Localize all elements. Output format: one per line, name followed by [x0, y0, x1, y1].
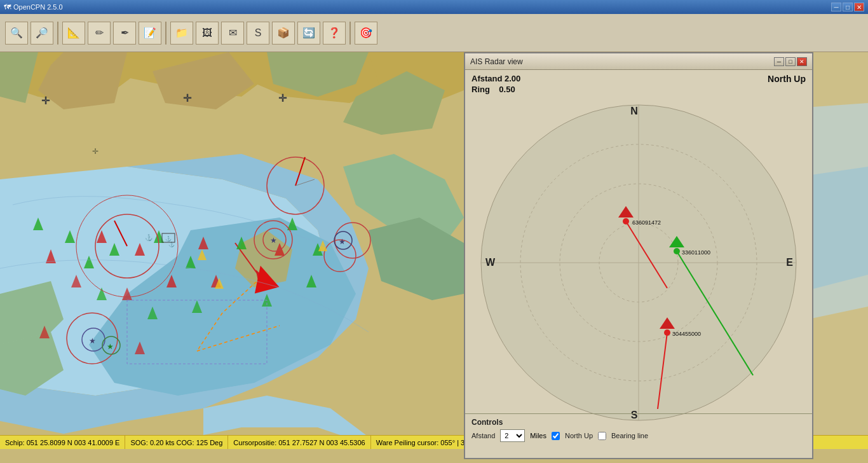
north-up-checkbox[interactable] — [552, 432, 560, 440]
svg-text:W: W — [485, 257, 496, 268]
text-button[interactable]: 📝 — [139, 22, 161, 45]
radar-panel: AIS Radar view ─ □ ✕ Afstand 2.00 Ring 0… — [464, 52, 813, 459]
radar-titlebar-controls: ─ □ ✕ — [774, 57, 807, 66]
toolbar-sep-2 — [165, 22, 166, 45]
plugin-button[interactable]: 📦 — [272, 22, 295, 45]
miles-label: Miles — [530, 432, 546, 439]
svg-text:✛: ✛ — [92, 147, 98, 156]
svg-text:336011000: 336011000 — [682, 249, 710, 256]
annotate-button[interactable]: ✒ — [113, 22, 136, 45]
radar-minimize-button[interactable]: ─ — [774, 57, 784, 66]
s57-button[interactable]: S — [247, 22, 269, 45]
afstand-ctrl-label: Afstand — [471, 432, 495, 439]
maximize-button[interactable]: □ — [843, 3, 853, 11]
bearing-line-checkbox[interactable] — [598, 432, 606, 440]
svg-text:636091472: 636091472 — [632, 219, 661, 226]
radar-panel-title: AIS Radar view — [470, 57, 523, 66]
controls-label: Controls — [471, 418, 806, 427]
draw-button[interactable]: ✏ — [88, 22, 111, 45]
app-icon: 🗺 — [4, 3, 11, 11]
route-button[interactable]: 📐 — [62, 22, 85, 45]
zoom-out-button[interactable]: 🔎 — [31, 22, 53, 45]
titlebar-left: 🗺 OpenCPN 2.5.0 — [4, 3, 63, 11]
help-button[interactable]: ❓ — [323, 22, 346, 45]
ais-button[interactable]: ✉ — [221, 22, 244, 45]
svg-text:304455000: 304455000 — [672, 331, 701, 337]
radar-afstand: Afstand 2.00 — [471, 74, 520, 83]
chart-button[interactable]: 🖼 — [196, 22, 219, 45]
svg-text:★: ★ — [270, 236, 277, 245]
app-title: OpenCPN 2.5.0 — [13, 3, 63, 11]
svg-text:✛: ✛ — [41, 95, 50, 106]
titlebar-controls: ─ □ ✕ — [831, 3, 864, 11]
toolbar: 🔍 🔎 📐 ✏ ✒ 📝 📁 🖼 ✉ S 📦 🔄 ❓ 🎯 — [0, 14, 868, 52]
status-sog: SOG: 0.20 kts COG: 125 Deg — [125, 436, 228, 449]
svg-text:⚓: ⚓ — [165, 235, 172, 242]
radar-controls-bar: Controls Afstand 2 4 8 16 Miles North Up… — [465, 413, 812, 458]
toolbar-sep-1 — [57, 22, 58, 45]
svg-text:⚓: ⚓ — [145, 233, 153, 242]
status-schip: Schip: 051 25.8099 N 003 41.0009 E — [0, 436, 125, 449]
north-up-ctrl-label[interactable]: North Up — [565, 432, 593, 439]
update-button[interactable]: 🔄 — [297, 22, 320, 45]
radar-close-button[interactable]: ✕ — [797, 57, 807, 66]
radar-north-up-label: North Up — [768, 74, 806, 84]
titlebar: 🗺 OpenCPN 2.5.0 ─ □ ✕ — [0, 0, 868, 14]
radar-titlebar: AIS Radar view ─ □ ✕ — [465, 53, 812, 70]
radar-afstand-col: Afstand 2.00 Ring 0.50 — [471, 74, 520, 94]
radar-svg: N S E W 636091472 — [477, 100, 801, 425]
status-cursor: Cursorpositie: 051 27.7527 N 003 45.5306 — [228, 436, 370, 449]
chart-svg: ✛ ✛ ✛ ✛ ★ ★ ★ ★ — [0, 52, 464, 449]
radar-info: Afstand 2.00 Ring 0.50 — [465, 70, 812, 98]
controls-row: Afstand 2 4 8 16 Miles North Up Bearing … — [471, 429, 806, 442]
radar-maximize-button[interactable]: □ — [785, 57, 796, 66]
close-button[interactable]: ✕ — [854, 3, 864, 11]
bearing-line-ctrl-label[interactable]: Bearing line — [611, 432, 648, 439]
svg-text:✛: ✛ — [183, 93, 192, 104]
svg-text:★: ★ — [339, 237, 346, 246]
target-button[interactable]: 🎯 — [355, 22, 377, 45]
main-area: 🔍 🔎 📐 ✏ ✒ 📝 📁 🖼 ✉ S 📦 🔄 ❓ 🎯 — [0, 14, 868, 449]
svg-text:✛: ✛ — [278, 93, 287, 104]
svg-text:★: ★ — [89, 336, 96, 345]
minimize-button[interactable]: ─ — [831, 3, 841, 11]
toolbar-sep-3 — [349, 22, 351, 45]
waypoint-button[interactable]: 📁 — [170, 22, 193, 45]
svg-text:E: E — [786, 257, 793, 268]
svg-text:N: N — [630, 106, 638, 116]
radar-ring: Ring 0.50 — [471, 85, 520, 94]
afstand-select[interactable]: 2 4 8 16 — [500, 429, 525, 442]
zoom-in-button[interactable]: 🔍 — [5, 22, 28, 45]
svg-text:★: ★ — [107, 342, 114, 351]
radar-display: N S E W 636091472 — [477, 100, 801, 425]
chart-area[interactable]: ✛ ✛ ✛ ✛ ★ ★ ★ ★ — [0, 52, 464, 449]
